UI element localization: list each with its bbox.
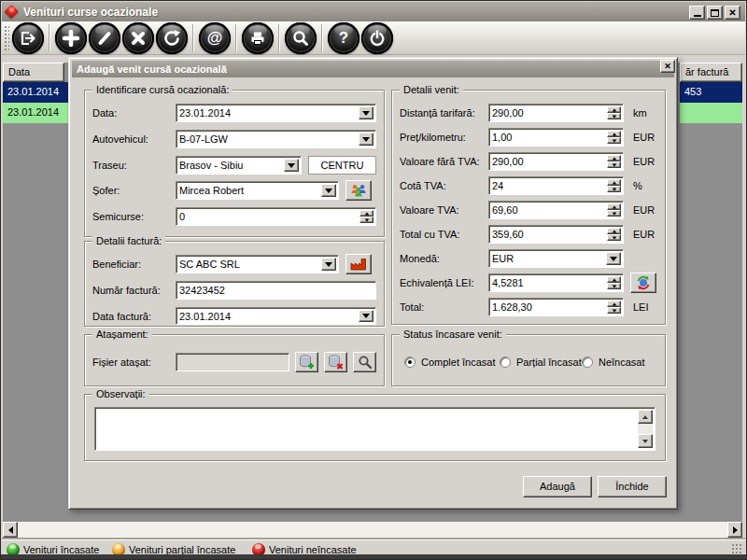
dropdown-button[interactable]	[284, 159, 299, 172]
dropdown-button[interactable]	[321, 258, 336, 271]
cota-tva-spinner[interactable]	[488, 176, 624, 195]
dropdown-button[interactable]	[359, 133, 374, 146]
spin-up-button[interactable]	[359, 210, 374, 217]
echivalenta-spinner[interactable]	[488, 273, 624, 292]
sofer-combobox[interactable]	[176, 181, 339, 200]
table-row[interactable]: 23.01.2014	[3, 103, 68, 123]
fisier-atasat-input[interactable]	[176, 354, 289, 371]
radio-neincasat[interactable]	[582, 357, 593, 368]
data-factura-combobox[interactable]	[176, 307, 376, 325]
dropdown-button[interactable]	[359, 310, 374, 322]
manage-clients-button[interactable]	[345, 254, 372, 274]
traseu-combobox[interactable]	[176, 156, 302, 175]
minimize-button[interactable]	[689, 6, 705, 20]
scroll-down-button[interactable]	[638, 434, 653, 448]
spin-down-button[interactable]	[359, 217, 374, 223]
spin-down-button[interactable]	[607, 210, 621, 217]
dropdown-button[interactable]	[606, 252, 621, 265]
table-row[interactable]: 23.01.2014	[3, 82, 68, 103]
power-button[interactable]	[361, 22, 393, 54]
email-button[interactable]: @	[199, 22, 231, 54]
attach-file-button[interactable]	[295, 352, 318, 372]
autovehicul-input[interactable]	[176, 131, 375, 147]
valoare-tva-input[interactable]	[489, 202, 623, 218]
radio-label[interactable]: Neîncasat	[599, 356, 645, 369]
search-button[interactable]	[285, 22, 317, 54]
total-cu-tva-input[interactable]	[489, 226, 623, 243]
echivalenta-input[interactable]	[489, 274, 623, 291]
column-header-data[interactable]: Data	[3, 63, 64, 82]
data-input[interactable]	[176, 105, 375, 121]
fisier-atasat-field[interactable]	[176, 353, 289, 371]
semicurse-input[interactable]	[176, 208, 375, 225]
toolbar-grip[interactable]	[3, 24, 9, 52]
data-combobox[interactable]	[176, 104, 376, 122]
close-button[interactable]: ✕	[725, 6, 740, 20]
add-button[interactable]	[55, 22, 87, 54]
sofer-input[interactable]	[176, 182, 338, 199]
radio-label[interactable]: Complet încasat	[421, 356, 495, 369]
radio-complet-incasat[interactable]	[404, 357, 416, 368]
valoare-fara-tva-spinner[interactable]	[488, 152, 624, 171]
column-header-numar-factura[interactable]: ăr factură	[680, 63, 742, 82]
dropdown-button[interactable]	[321, 184, 336, 197]
spin-up-button[interactable]	[607, 106, 621, 113]
spin-up-button[interactable]	[607, 179, 621, 186]
spin-up-button[interactable]	[607, 301, 621, 307]
spin-down-button[interactable]	[607, 234, 621, 241]
distanta-spinner[interactable]	[488, 104, 624, 122]
distanta-input[interactable]	[489, 105, 623, 121]
spin-up-button[interactable]	[607, 228, 621, 234]
total-spinner[interactable]	[488, 298, 624, 316]
table-row-right[interactable]: 453	[680, 82, 742, 103]
traseu-input[interactable]	[176, 157, 301, 174]
total-input[interactable]	[489, 299, 623, 315]
update-exchange-rate-button[interactable]	[630, 273, 656, 293]
radio-label[interactable]: Parțial încasat	[516, 356, 582, 369]
semicurse-spinner[interactable]	[176, 207, 376, 226]
observatii-textarea[interactable]	[97, 410, 637, 448]
pret-input[interactable]	[489, 129, 623, 146]
moneda-combobox[interactable]	[488, 249, 624, 268]
scroll-up-button[interactable]	[638, 410, 653, 424]
autovehicul-combobox[interactable]	[176, 130, 376, 148]
moneda-input[interactable]	[489, 250, 623, 267]
edit-button[interactable]	[89, 22, 120, 54]
beneficiar-input[interactable]	[176, 256, 338, 273]
pret-spinner[interactable]	[488, 128, 624, 147]
spin-up-button[interactable]	[607, 276, 621, 283]
numar-factura-field[interactable]	[176, 281, 376, 300]
scroll-left-button[interactable]	[3, 522, 18, 538]
valoare-fara-tva-input[interactable]	[489, 153, 623, 170]
dialog-close-button[interactable]: ✕	[660, 60, 675, 73]
view-file-button[interactable]	[353, 352, 376, 372]
spin-down-button[interactable]	[607, 307, 621, 314]
adauga-button[interactable]: Adaugă	[523, 476, 592, 497]
beneficiar-combobox[interactable]	[176, 255, 339, 273]
resize-grip[interactable]	[731, 543, 742, 554]
spin-down-button[interactable]	[607, 186, 621, 192]
table-row-right[interactable]	[680, 103, 742, 123]
cota-tva-input[interactable]	[489, 177, 623, 194]
exit-button[interactable]	[12, 22, 44, 54]
spin-up-button[interactable]	[607, 155, 621, 161]
spin-down-button[interactable]	[607, 283, 621, 289]
numar-factura-input[interactable]	[176, 282, 375, 299]
data-factura-input[interactable]	[176, 308, 375, 324]
print-button[interactable]	[242, 22, 274, 54]
maximize-button[interactable]	[707, 6, 723, 20]
spin-down-button[interactable]	[607, 161, 621, 168]
refresh-button[interactable]	[156, 22, 188, 54]
manage-drivers-button[interactable]	[345, 180, 372, 201]
delete-button[interactable]	[122, 22, 154, 54]
total-cu-tva-spinner[interactable]	[488, 225, 624, 244]
remove-file-button[interactable]	[324, 352, 347, 372]
radio-partial-incasat[interactable]	[500, 357, 511, 368]
spin-up-button[interactable]	[607, 131, 621, 137]
valoare-tva-spinner[interactable]	[488, 201, 624, 219]
help-button[interactable]: ?	[328, 22, 359, 54]
horizontal-scrollbar[interactable]	[3, 522, 742, 538]
inchide-button[interactable]: Închide	[598, 476, 667, 497]
spin-down-button[interactable]	[607, 137, 621, 144]
dropdown-button[interactable]	[359, 106, 374, 119]
